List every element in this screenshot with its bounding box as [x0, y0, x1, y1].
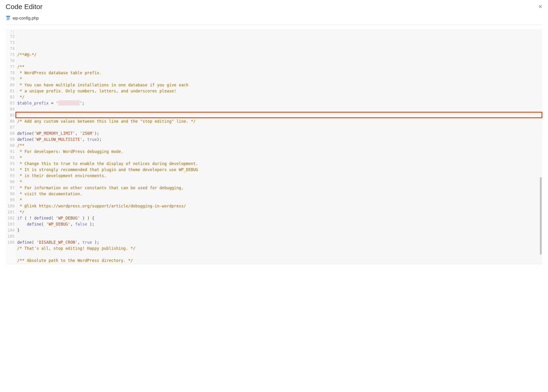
code-line[interactable]: * WordPress database table prefix. — [17, 70, 541, 76]
file-script-icon — [6, 15, 11, 21]
code-line[interactable]: if ( ! defined( 'WP_DEBUG' ) ) { — [17, 215, 541, 221]
code-line[interactable]: /** Absolute path to the WordPress direc… — [17, 258, 541, 264]
code-line[interactable]: */ — [17, 209, 541, 215]
code-line[interactable]: * — [17, 154, 541, 161]
code-line[interactable]: * a unique prefix. Only numbers, letters… — [17, 88, 541, 94]
code-editor[interactable]: 7172737475767778798081828384858687888990… — [6, 29, 542, 264]
code-line[interactable]: * For developers: WordPress debugging mo… — [17, 148, 541, 154]
breadcrumb: wp-config.php — [6, 12, 542, 25]
code-line[interactable]: /** — [17, 142, 541, 148]
scrollbar[interactable] — [539, 29, 542, 264]
code-line[interactable]: * — [17, 76, 541, 82]
scrollbar-thumb[interactable] — [540, 177, 542, 255]
code-line[interactable]: /* That's all, stop editing! Happy publi… — [17, 245, 541, 252]
code-line[interactable]: */ — [17, 94, 541, 100]
code-line[interactable]: * in their development environments. — [17, 173, 541, 179]
code-content[interactable]: /**#@-*//** * WordPress database table p… — [16, 29, 542, 264]
file-name: wp-config.php — [13, 16, 39, 21]
code-line[interactable]: } — [17, 227, 541, 233]
code-line[interactable]: * Change this to true to enable the disp… — [17, 161, 541, 167]
code-line[interactable] — [17, 124, 541, 130]
code-line[interactable] — [17, 58, 541, 64]
code-line[interactable]: define('WP_MEMORY_LIMIT', '256M'); — [17, 130, 541, 136]
code-line[interactable]: $table_prefix = ''; — [17, 100, 541, 106]
code-line[interactable]: define('WP_ALLOW_MULTISITE', true); — [17, 136, 541, 142]
code-line[interactable]: define( 'DISABLE_WP_CRON', true ); — [17, 239, 541, 245]
code-line[interactable]: /**#@-*/ — [17, 52, 541, 58]
code-line[interactable]: define( 'WP_DEBUG', false ); — [17, 221, 541, 227]
code-line[interactable]: * It is strongly recommended that plugin… — [17, 167, 541, 173]
code-line[interactable]: * @link https://wordpress.org/support/ar… — [17, 203, 541, 209]
code-line[interactable]: * — [17, 197, 541, 203]
code-line[interactable] — [17, 47, 541, 52]
page-title: Code Editor — [6, 3, 43, 11]
code-line[interactable]: /** — [17, 64, 541, 70]
code-line[interactable]: * — [17, 179, 541, 185]
code-line[interactable]: * visit the documentation. — [17, 191, 541, 197]
close-button[interactable]: ✕ — [538, 3, 542, 9]
code-line[interactable]: /* Add any custom values between this li… — [17, 118, 541, 124]
code-line[interactable] — [17, 112, 541, 118]
svg-rect-0 — [6, 16, 10, 17]
redacted-text — [58, 100, 80, 105]
code-line[interactable] — [17, 252, 541, 258]
line-number-gutter: 7172737475767778798081828384858687888990… — [6, 29, 16, 264]
code-line[interactable] — [17, 106, 541, 112]
code-line[interactable]: * For information on other constants tha… — [17, 185, 541, 191]
code-line[interactable] — [17, 233, 541, 239]
code-line[interactable]: * You can have multiple installations in… — [17, 82, 541, 88]
